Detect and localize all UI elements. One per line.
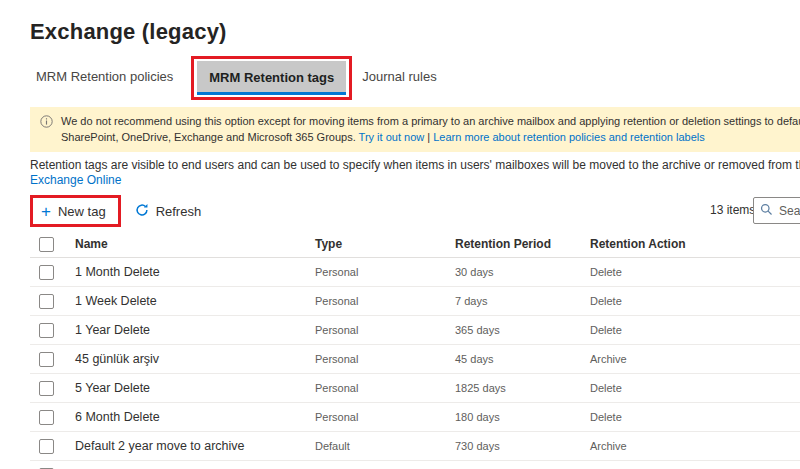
tab-mrm-retention-tags[interactable]: MRM Retention tags: [197, 61, 346, 95]
exchange-online-link[interactable]: Exchange Online: [30, 173, 121, 187]
row-checkbox[interactable]: [39, 352, 54, 367]
search-box[interactable]: [753, 197, 800, 224]
description-text: Retention tags are visible to end users …: [30, 158, 800, 172]
try-it-out-now-link[interactable]: Try it out now: [359, 131, 425, 143]
cell-retention-period: 180 days: [455, 411, 590, 423]
row-checkbox[interactable]: [39, 294, 54, 309]
cell-retention-action: Delete: [590, 411, 800, 423]
row-checkbox-cell: [30, 439, 75, 454]
tab-journal-rules[interactable]: Journal rules: [356, 60, 442, 97]
table-row[interactable]: 1 Year Delete Personal 365 days Delete: [30, 316, 800, 345]
table-row[interactable]: 1 Month Delete Personal 30 days Delete: [30, 258, 800, 287]
table-header-row: Name Type Retention Period Retention Act…: [30, 231, 800, 258]
learn-more-retention-labels-link[interactable]: Learn more about retention policies and …: [433, 131, 705, 143]
row-checkbox[interactable]: [39, 439, 54, 454]
cell-retention-period: 365 days: [455, 324, 590, 336]
toolbar: + New tag Refresh 13 items: [30, 194, 800, 228]
row-checkbox[interactable]: [39, 410, 54, 425]
table-row[interactable]: Deleted Items Deleted Items 30 days Dele…: [30, 461, 800, 469]
row-checkbox[interactable]: [39, 381, 54, 396]
banner-link-separator: |: [424, 131, 433, 143]
cell-type: Personal: [315, 411, 455, 423]
column-header-retention-period[interactable]: Retention Period: [455, 237, 590, 251]
row-checkbox-cell: [30, 265, 75, 280]
cell-name: 5 Year Delete: [75, 381, 315, 395]
cell-name: Default 2 year move to archive: [75, 439, 315, 453]
items-count: 13 items: [710, 203, 755, 217]
cell-name: 1 Month Delete: [75, 265, 315, 279]
annotation-box-selected-tab: MRM Retention tags: [191, 56, 352, 100]
column-header-name[interactable]: Name: [75, 237, 315, 251]
banner-line-1: We do not recommend using this option ex…: [61, 113, 800, 129]
cell-retention-action: Delete: [590, 382, 800, 394]
info-banner: We do not recommend using this option ex…: [30, 107, 800, 152]
cell-retention-period: 30 days: [455, 266, 590, 278]
banner-line-2: SharePoint, OneDrive, Exchange and Micro…: [61, 129, 800, 145]
row-checkbox-cell: [30, 381, 75, 396]
cell-name: 1 Year Delete: [75, 323, 315, 337]
cell-retention-period: 45 days: [455, 353, 590, 365]
table-row[interactable]: 45 günlük arşiv Personal 45 days Archive: [30, 345, 800, 374]
banner-line2-text: SharePoint, OneDrive, Exchange and Micro…: [61, 131, 359, 143]
new-tag-label: New tag: [58, 204, 106, 219]
table-row[interactable]: Default 2 year move to archive Default 7…: [30, 432, 800, 461]
annotation-box-new-tag: + New tag: [30, 195, 121, 227]
info-icon: [40, 114, 53, 132]
refresh-icon: [135, 203, 149, 220]
tab-mrm-retention-policies[interactable]: MRM Retention policies: [30, 60, 179, 97]
cell-retention-action: Archive: [590, 353, 800, 365]
plus-icon: +: [41, 203, 51, 220]
cell-retention-period: 1825 days: [455, 382, 590, 394]
description-line-2: Exchange Online: [30, 173, 800, 188]
page-description: Retention tags are visible to end users …: [30, 158, 800, 188]
row-checkbox[interactable]: [39, 265, 54, 280]
row-checkbox-cell: [30, 323, 75, 338]
page-content: Exchange (legacy) MRM Retention policies…: [0, 19, 800, 469]
cell-retention-period: 7 days: [455, 295, 590, 307]
row-checkbox-cell: [30, 410, 75, 425]
banner-text: We do not recommend using this option ex…: [61, 113, 800, 145]
description-line-1: Retention tags are visible to end users …: [30, 158, 800, 173]
cell-retention-action: Archive: [590, 440, 800, 452]
retention-tags-table: Name Type Retention Period Retention Act…: [30, 231, 800, 469]
cell-retention-action: Delete: [590, 295, 800, 307]
header-checkbox-cell: [30, 237, 75, 252]
row-checkbox-cell: [30, 294, 75, 309]
cell-retention-action: Delete: [590, 266, 800, 278]
row-checkbox[interactable]: [39, 323, 54, 338]
cell-retention-action: Delete: [590, 324, 800, 336]
cell-name: 6 Month Delete: [75, 410, 315, 424]
table-row[interactable]: 1 Week Delete Personal 7 days Delete: [30, 287, 800, 316]
cell-retention-period: 730 days: [455, 440, 590, 452]
column-header-retention-action[interactable]: Retention Action: [590, 237, 800, 251]
tab-bar: MRM Retention policies MRM Retention tag…: [30, 56, 800, 100]
page-title: Exchange (legacy): [30, 19, 800, 45]
cell-type: Personal: [315, 382, 455, 394]
cell-type: Personal: [315, 266, 455, 278]
table-row[interactable]: 5 Year Delete Personal 1825 days Delete: [30, 374, 800, 403]
search-input[interactable]: [779, 204, 800, 218]
cell-type: Personal: [315, 353, 455, 365]
search-icon: [760, 202, 773, 220]
table-row[interactable]: 6 Month Delete Personal 180 days Delete: [30, 403, 800, 432]
row-checkbox-cell: [30, 352, 75, 367]
cell-type: Personal: [315, 324, 455, 336]
refresh-button[interactable]: Refresh: [135, 203, 202, 220]
cell-name: 1 Week Delete: [75, 294, 315, 308]
cell-type: Personal: [315, 295, 455, 307]
cell-type: Default: [315, 440, 455, 452]
refresh-label: Refresh: [156, 204, 202, 219]
new-tag-button[interactable]: + New tag: [41, 203, 106, 220]
select-all-checkbox[interactable]: [39, 237, 54, 252]
cell-name: 45 günlük arşiv: [75, 352, 315, 366]
column-header-type[interactable]: Type: [315, 237, 455, 251]
table-body: 1 Month Delete Personal 30 days Delete 1…: [30, 258, 800, 469]
